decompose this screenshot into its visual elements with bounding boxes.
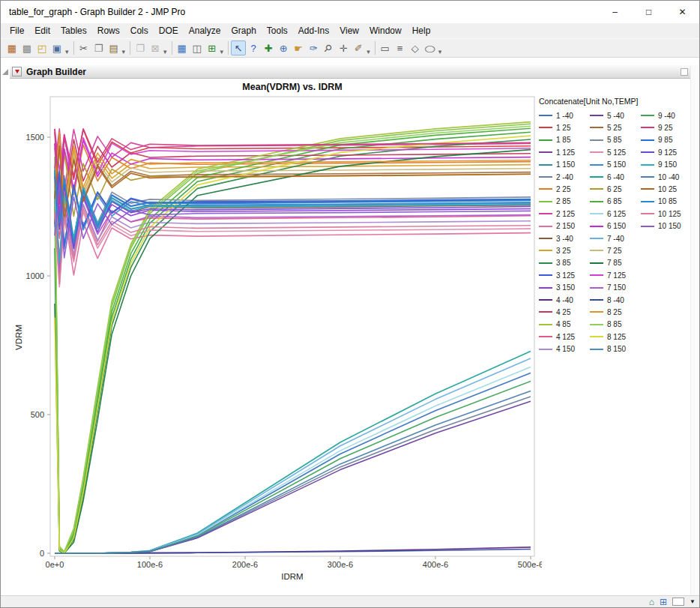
- legend-item[interactable]: 10 125: [641, 208, 681, 219]
- legend-item[interactable]: 5 25: [590, 122, 621, 133]
- legend-item[interactable]: 9 -40: [641, 110, 675, 121]
- legend-item[interactable]: 2 150: [539, 221, 575, 232]
- graph-builder-header[interactable]: Graph Builder: [10, 65, 690, 79]
- legend-item[interactable]: 3 125: [539, 270, 575, 280]
- legend-item[interactable]: 1 125: [539, 147, 575, 157]
- legend-item[interactable]: 5 -40: [590, 110, 624, 121]
- legend-item[interactable]: 6 125: [590, 208, 626, 219]
- legend-item[interactable]: 3 85: [539, 258, 570, 268]
- legend-item[interactable]: 10 150: [641, 221, 681, 232]
- legend-item[interactable]: 8 125: [590, 331, 626, 342]
- outline-disclosure-icon[interactable]: [2, 69, 8, 75]
- save-icon[interactable]: ▣: [49, 40, 64, 55]
- legend-item[interactable]: 1 150: [539, 160, 575, 170]
- cut-icon[interactable]: ✂: [76, 40, 91, 55]
- legend-item[interactable]: 1 -40: [539, 110, 573, 121]
- legend-item[interactable]: 7 85: [590, 258, 621, 268]
- toolbar-overflow-icon[interactable]: ▾: [122, 48, 126, 57]
- grabber-tool-icon[interactable]: ☛: [291, 40, 306, 55]
- legend-item[interactable]: 10 85: [641, 196, 677, 207]
- legend-item[interactable]: 6 -40: [590, 172, 624, 182]
- copy-table-icon[interactable]: ❐: [133, 40, 148, 55]
- legend-item[interactable]: 9 25: [641, 122, 672, 133]
- minimize-button[interactable]: –: [598, 1, 632, 23]
- copy-icon[interactable]: ❐: [91, 40, 106, 55]
- legend-item[interactable]: 4 85: [539, 319, 570, 330]
- legend-item[interactable]: 8 25: [590, 307, 621, 317]
- open-icon[interactable]: ◰: [34, 40, 49, 55]
- legend-item[interactable]: 3 -40: [539, 233, 573, 244]
- text-annotation-icon[interactable]: ▭: [378, 40, 393, 55]
- add-rows-icon[interactable]: ⊞: [205, 40, 220, 55]
- legend-item[interactable]: 9 150: [641, 160, 677, 170]
- legend-item[interactable]: 5 85: [590, 135, 621, 145]
- legend-item[interactable]: 3 25: [539, 245, 570, 256]
- menu-rows[interactable]: Rows: [92, 23, 125, 38]
- menu-view[interactable]: View: [334, 23, 364, 38]
- legend-item[interactable]: 7 125: [590, 270, 626, 280]
- summary-table-icon[interactable]: ▦: [175, 40, 190, 55]
- menu-tools[interactable]: Tools: [262, 23, 293, 38]
- maximize-button[interactable]: □: [632, 1, 666, 23]
- status-table-up-icon[interactable]: ⊞: [660, 598, 667, 607]
- legend-item[interactable]: 7 -40: [590, 233, 624, 244]
- menu-file[interactable]: File: [4, 23, 29, 38]
- legend-item[interactable]: 5 150: [590, 160, 626, 170]
- toolbar-overflow-icon[interactable]: ▾: [163, 48, 167, 57]
- menu-tables[interactable]: Tables: [55, 23, 92, 38]
- annotate-tool-icon[interactable]: ✐: [351, 40, 366, 55]
- status-blank-button[interactable]: [672, 598, 684, 606]
- status-dropdown-icon[interactable]: ▼: [690, 599, 696, 605]
- legend-item[interactable]: 2 125: [539, 208, 575, 219]
- arrow-tool-icon[interactable]: ↖: [231, 40, 246, 55]
- paste-icon[interactable]: ▤: [106, 40, 121, 55]
- legend-item[interactable]: 7 150: [590, 283, 626, 293]
- oval-annotation-icon[interactable]: ◯: [423, 43, 438, 53]
- menu-cols[interactable]: Cols: [125, 23, 154, 38]
- legend-item[interactable]: 2 25: [539, 184, 570, 194]
- legend-item[interactable]: 6 150: [590, 221, 626, 232]
- legend-item[interactable]: 10 25: [641, 184, 677, 194]
- legend-item[interactable]: 5 125: [590, 147, 626, 157]
- menu-edit[interactable]: Edit: [29, 23, 55, 38]
- legend-item[interactable]: 1 85: [539, 135, 570, 145]
- toolbar-overflow-icon[interactable]: ▾: [65, 48, 69, 57]
- legend-item[interactable]: 6 25: [590, 184, 621, 194]
- legend-item[interactable]: 9 125: [641, 147, 677, 157]
- help-tool-icon[interactable]: ?: [246, 40, 261, 55]
- legend-item[interactable]: 8 85: [590, 319, 621, 330]
- search-columns-icon[interactable]: ◫: [190, 40, 205, 55]
- new-journal-icon[interactable]: ▩: [19, 40, 34, 55]
- new-data-table-icon[interactable]: ▦: [4, 40, 19, 55]
- menu-graph[interactable]: Graph: [226, 23, 261, 38]
- toolbar-overflow-icon[interactable]: ▾: [438, 48, 442, 57]
- plot-svg[interactable]: 0500100015000e+0100e-6200e-6300e-6400e-6…: [10, 79, 542, 589]
- x-axis-label[interactable]: IDRM: [50, 572, 534, 581]
- menu-window[interactable]: Window: [364, 23, 407, 38]
- legend-item[interactable]: 2 85: [539, 196, 570, 207]
- polygon-annotation-icon[interactable]: ◇: [408, 40, 423, 55]
- legend-item[interactable]: 4 150: [539, 344, 575, 355]
- close-button[interactable]: ✕: [666, 1, 699, 23]
- menu-analyze[interactable]: Analyze: [184, 23, 226, 38]
- legend-item[interactable]: 2 -40: [539, 172, 573, 182]
- legend-item[interactable]: 8 -40: [590, 295, 624, 305]
- menu-help[interactable]: Help: [407, 23, 436, 38]
- legend-item[interactable]: 3 150: [539, 283, 575, 293]
- lock-icon[interactable]: ⊠: [148, 40, 163, 55]
- legend-item[interactable]: 4 -40: [539, 295, 573, 305]
- line-annotation-icon[interactable]: ≡: [393, 40, 408, 55]
- legend-item[interactable]: 6 85: [590, 196, 621, 207]
- selection-tool-icon[interactable]: ✚: [261, 40, 276, 55]
- y-axis-label[interactable]: VDRM: [14, 325, 23, 350]
- legend-item[interactable]: 4 25: [539, 307, 570, 317]
- legend-item[interactable]: 9 85: [641, 135, 672, 145]
- toolbar-overflow-icon[interactable]: ▾: [220, 48, 224, 57]
- legend-item[interactable]: 10 -40: [641, 172, 679, 182]
- legend-item[interactable]: 1 25: [539, 122, 570, 133]
- status-home-icon[interactable]: ⌂: [649, 598, 654, 607]
- globe-tool-icon[interactable]: ⊕: [276, 40, 291, 55]
- legend-item[interactable]: 4 125: [539, 331, 575, 342]
- menu-add-ins[interactable]: Add-Ins: [293, 23, 334, 38]
- menu-doe[interactable]: DOE: [154, 23, 184, 38]
